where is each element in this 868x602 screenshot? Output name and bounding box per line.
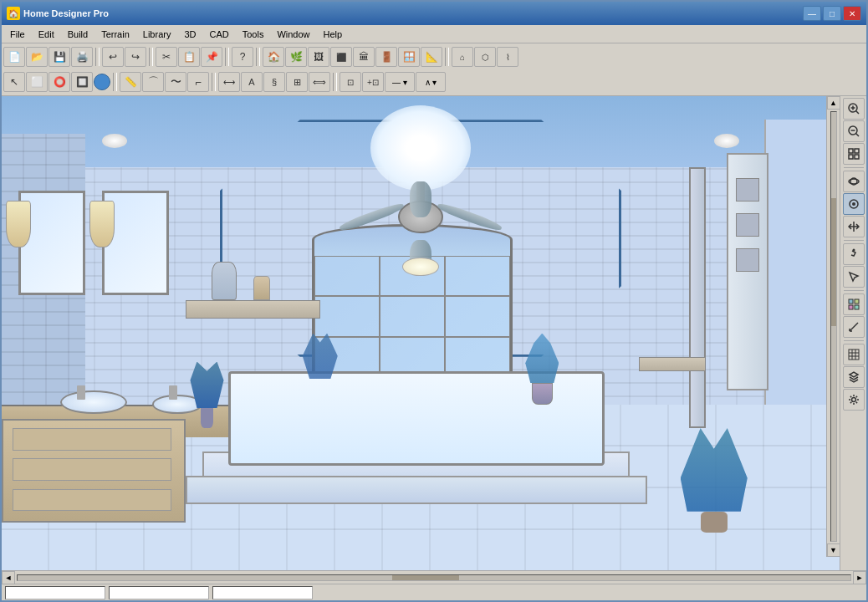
tb-zoom-in2[interactable]: +⊡: [362, 72, 384, 92]
horizontal-scrollbar[interactable]: ◄ ►: [2, 570, 866, 584]
rt-grid[interactable]: [843, 344, 865, 365]
sep-8: [333, 73, 337, 91]
tb-garage[interactable]: ⬡: [474, 47, 496, 67]
tb-save[interactable]: 💾: [49, 47, 70, 67]
shower-control-1: [736, 178, 759, 202]
tb-rect-tool[interactable]: 🔲: [71, 72, 93, 92]
bath-shelf: [639, 357, 706, 371]
vscroll-up-arrow[interactable]: ▲: [827, 96, 840, 110]
rt-settings[interactable]: [843, 389, 865, 411]
tb-polyline[interactable]: ⌐: [187, 72, 209, 92]
tb-roof[interactable]: 🏛: [353, 47, 375, 67]
tb-cut[interactable]: ✂: [156, 47, 177, 67]
menu-edit[interactable]: Edit: [32, 28, 61, 41]
tb-fill-blue[interactable]: ‌: [94, 74, 110, 90]
rt-materials[interactable]: [843, 293, 865, 315]
hscroll-right-arrow[interactable]: ►: [853, 571, 866, 584]
tb-line[interactable]: 📏: [120, 72, 141, 92]
rt-zoom-in[interactable]: [843, 98, 865, 120]
svg-line-5: [855, 134, 859, 137]
tb-undo[interactable]: ↩: [102, 47, 124, 67]
magnify-minus-icon: [848, 125, 860, 137]
menu-cad[interactable]: CAD: [202, 28, 235, 41]
drawer-2: [13, 458, 171, 481]
rt-zoom-fit[interactable]: [843, 143, 865, 165]
rt-zoom-out[interactable]: [843, 120, 865, 142]
shower-control-2: [736, 213, 759, 237]
menu-3d[interactable]: 3D: [177, 28, 202, 41]
rt-pan[interactable]: [843, 216, 865, 237]
menu-build[interactable]: Build: [61, 28, 94, 41]
menubar: File Edit Build Terrain Library 3D CAD T…: [2, 25, 866, 43]
rt-look-around[interactable]: [843, 193, 865, 215]
shower-control-3: [736, 248, 759, 272]
rt-layers[interactable]: [843, 366, 865, 388]
toolbar-row-2: ↖ ⬜ ⭕ 🔲 ‌ 📏 ⌒ 〜 ⌐ ⟷ A § ⊞ ⟺ ⊡ +⊡ — ▾ ∧ ▾: [3, 70, 865, 94]
sep-4: [256, 48, 260, 66]
sep-7: [212, 73, 216, 91]
tb-symbol[interactable]: §: [263, 72, 285, 92]
tb-print[interactable]: 🖨️: [71, 47, 93, 67]
vscroll-down-arrow[interactable]: ▼: [827, 543, 840, 557]
menu-window[interactable]: Window: [270, 28, 316, 41]
hscroll-left-arrow[interactable]: ◄: [2, 571, 15, 584]
tb-transform[interactable]: ⊞: [286, 72, 308, 92]
sconce-left-1: [6, 201, 31, 248]
tb-room[interactable]: 🖼: [308, 47, 329, 67]
statusbar: [2, 584, 866, 600]
tb-select-arrow[interactable]: ↖: [3, 72, 25, 92]
sep-1: [95, 48, 100, 66]
hscroll-thumb[interactable]: [392, 575, 459, 580]
tb-help[interactable]: ?: [232, 47, 253, 67]
svg-rect-8: [855, 149, 859, 153]
tb-stair[interactable]: 📐: [421, 47, 442, 67]
menu-terrain[interactable]: Terrain: [94, 28, 136, 41]
tb-mirror[interactable]: ⟺: [309, 72, 330, 92]
tb-layer-select[interactable]: ∧ ▾: [416, 72, 446, 92]
svg-rect-18: [849, 305, 853, 309]
sep-6: [113, 73, 117, 91]
svg-point-14: [852, 202, 855, 206]
menu-tools[interactable]: Tools: [236, 28, 271, 41]
minimize-button[interactable]: —: [803, 6, 821, 21]
window-pane: [445, 296, 510, 337]
maximize-button[interactable]: □: [823, 6, 841, 21]
hscroll-track[interactable]: [17, 574, 851, 581]
tb-door[interactable]: 🚪: [375, 47, 397, 67]
tb-window[interactable]: 🪟: [398, 47, 420, 67]
rt-measure[interactable]: [843, 316, 865, 338]
tb-house[interactable]: 🏠: [263, 47, 284, 67]
tb-new[interactable]: 📄: [3, 47, 25, 67]
tb-arc[interactable]: ⌒: [142, 72, 164, 92]
vscroll-track[interactable]: [830, 111, 837, 542]
tb-deck[interactable]: ⌂: [452, 47, 473, 67]
layers-icon: [848, 371, 860, 383]
canvas-area[interactable]: ▲ ▼: [2, 96, 840, 570]
tb-dimension[interactable]: ⟷: [218, 72, 240, 92]
tb-copy[interactable]: 📋: [178, 47, 200, 67]
rt-select-obj[interactable]: [843, 266, 865, 288]
vertical-scrollbar[interactable]: ▲ ▼: [826, 96, 840, 557]
titlebar: 🏠 Home Designer Pro — □ ✕: [2, 2, 866, 25]
tb-text[interactable]: A: [241, 72, 263, 92]
menu-help[interactable]: Help: [317, 28, 350, 41]
rt-walk[interactable]: [843, 243, 865, 265]
tb-open[interactable]: 📂: [26, 47, 48, 67]
tb-paste[interactable]: 📌: [201, 47, 222, 67]
tb-spline[interactable]: 〜: [165, 72, 186, 92]
tb-floor[interactable]: ⬛: [330, 47, 352, 67]
tb-redo[interactable]: ↪: [125, 47, 146, 67]
rt-orbit[interactable]: [843, 171, 865, 192]
tb-terrain[interactable]: 🌿: [285, 47, 307, 67]
vscroll-thumb[interactable]: [831, 198, 836, 327]
tb-circle-tool[interactable]: ⭕: [49, 72, 70, 92]
menu-file[interactable]: File: [3, 28, 32, 41]
tb-zoom-extent[interactable]: ⊡: [340, 72, 361, 92]
menu-library[interactable]: Library: [136, 28, 178, 41]
tb-select-box[interactable]: ⬜: [26, 72, 48, 92]
3d-scene[interactable]: isthiswall.blogspot.com: [2, 96, 840, 570]
tb-chimney[interactable]: ⌇: [497, 47, 518, 67]
fan-blade-right: [437, 202, 503, 233]
close-button[interactable]: ✕: [843, 6, 861, 21]
tb-view-select[interactable]: — ▾: [385, 72, 415, 92]
